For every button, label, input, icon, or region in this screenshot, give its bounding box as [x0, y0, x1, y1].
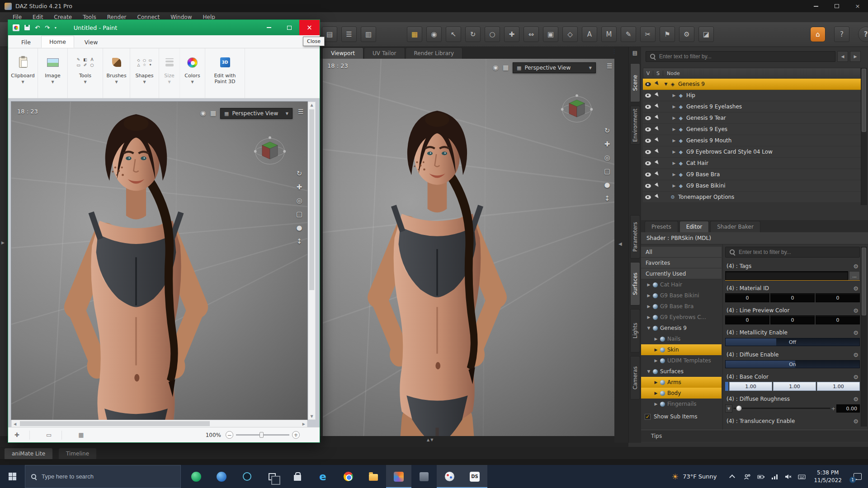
geometry-editor-tool-icon[interactable]: ✎ — [621, 27, 636, 42]
zoom-tool-icon[interactable]: ↕ — [604, 194, 610, 202]
start-button[interactable] — [0, 465, 25, 488]
gear-icon[interactable]: ⚙ — [853, 329, 859, 336]
visibility-eye-icon[interactable] — [645, 116, 651, 120]
ring-selection-tool-icon[interactable]: ○ — [485, 27, 500, 42]
gear-icon[interactable]: ⚙ — [853, 418, 859, 425]
expand-arrow-icon[interactable]: ▶ — [646, 282, 652, 287]
surface-item[interactable]: ▶ Fingernails — [641, 399, 722, 409]
gear-icon[interactable]: ⚙ — [853, 352, 859, 358]
active-pose-tool-icon[interactable]: A — [582, 27, 597, 42]
paint-maximize-button[interactable] — [279, 20, 299, 35]
expand-arrow-icon[interactable]: ▶ — [646, 315, 652, 319]
selectable-cursor-icon[interactable] — [655, 103, 661, 110]
expand-arrow-icon[interactable]: ▶ — [653, 380, 659, 385]
expand-arrow-icon[interactable]: ▶ — [653, 347, 659, 352]
expand-arrow-icon[interactable]: ▶ — [653, 402, 659, 406]
surface-item[interactable]: ▶ G9 Eyebrows C... — [641, 312, 722, 323]
orbit-tool-icon[interactable]: ↻ — [604, 127, 610, 135]
selectable-cursor-icon[interactable] — [655, 137, 661, 144]
people-icon[interactable] — [741, 473, 754, 480]
editor-tab[interactable]: Presets — [645, 221, 678, 232]
expand-arrow-icon[interactable]: ▶ — [646, 293, 652, 298]
daz-central-icon[interactable] — [386, 465, 411, 488]
nudge-plus-icon[interactable]: + — [831, 406, 835, 412]
dformer-tool-icon[interactable]: ◇ — [562, 27, 578, 42]
weather-widget[interactable]: ☀ 73°F Sunny — [665, 472, 724, 481]
surface-item[interactable]: ▶ G9 Base Bikini — [641, 290, 722, 301]
node-selection-tool-icon[interactable]: ↖ — [446, 27, 461, 42]
preferences-tool-icon[interactable]: ⚙ — [679, 27, 694, 42]
surface-item[interactable]: ▼ Surfaces — [641, 366, 722, 377]
scene-node-row[interactable]: ▶ ◆ G9 Base Bikini — [643, 180, 861, 192]
daz-studio-taskbar-icon[interactable]: DS — [462, 465, 487, 488]
cut-tool-icon[interactable]: ✂ — [640, 27, 656, 42]
workspace-tab[interactable]: Viewport — [323, 48, 363, 59]
ribbon-tab[interactable]: View — [77, 37, 106, 48]
scene-scrollbar[interactable] — [861, 68, 867, 205]
property-filter-input[interactable] — [739, 249, 856, 255]
clipboard-group[interactable]: Clipboard▼ — [8, 48, 38, 98]
layout-panel-icon[interactable]: ▥ — [361, 27, 376, 42]
tags-input[interactable] — [725, 271, 848, 280]
dock-tab[interactable]: Environment — [630, 106, 640, 145]
taskbar-globe-app-icon[interactable] — [209, 465, 234, 488]
scene-node-row[interactable]: ▼ ◈ Genesis 9 — [643, 79, 861, 90]
frame-view-icon[interactable]: ▢ — [604, 167, 610, 175]
zoom-slider-knob[interactable] — [259, 432, 264, 438]
visibility-eye-icon[interactable] — [645, 94, 651, 98]
base-color-r[interactable]: 1.00 — [729, 382, 772, 391]
dolly-tool-icon[interactable]: ● — [604, 181, 610, 189]
metallicity-toggle[interactable]: Off — [725, 338, 860, 346]
scene-node-row[interactable]: ▶ ◆ Genesis 9 Mouth — [643, 135, 861, 146]
filter-prev-icon[interactable]: ◀ — [837, 51, 848, 62]
cube-view-icon[interactable]: ▦ — [503, 64, 509, 71]
close-button[interactable]: × — [847, 0, 868, 12]
list-panel-icon[interactable]: ☰ — [341, 27, 357, 42]
save-icon[interactable] — [24, 25, 30, 30]
base-color-b[interactable]: 1.00 — [817, 382, 860, 391]
frame-tool-icon[interactable]: ▣ — [543, 27, 558, 42]
column-node[interactable]: Node — [663, 70, 680, 76]
scene-node-row[interactable]: ▶ ◆ Genesis 9 Eyelashes — [643, 101, 861, 113]
dock-tab[interactable]: Scene — [630, 63, 640, 102]
main-viewport[interactable]: 18 : 23 ◉ ▦ ▦ Perspective View ▼ ☰ ↻✚◎▢●… — [323, 59, 614, 436]
dock-menu-icon[interactable]: ▤ — [632, 50, 637, 60]
line-color-g[interactable]: 0 — [770, 315, 815, 324]
visibility-eye-icon[interactable] — [645, 105, 651, 109]
surface-item[interactable]: ▶ Body — [641, 388, 722, 399]
material-id-b[interactable]: 0 — [816, 293, 860, 302]
maximize-button[interactable] — [826, 0, 847, 12]
selectable-cursor-icon[interactable] — [655, 114, 661, 121]
paint-close-button[interactable]: × — [299, 20, 320, 35]
taskbar-search-input[interactable] — [42, 473, 175, 480]
expand-arrow-icon[interactable]: ▶ — [671, 172, 677, 177]
smart-content-icon[interactable]: ◉ — [426, 27, 442, 42]
roughness-value[interactable]: 0.00 — [836, 404, 860, 413]
tags-more-button[interactable]: ... — [849, 271, 860, 280]
expand-arrow-icon[interactable]: ▶ — [653, 358, 659, 363]
line-color-b[interactable]: 0 — [816, 315, 860, 324]
network-icon[interactable] — [768, 473, 781, 480]
expand-arrow-icon[interactable]: ▶ — [671, 93, 677, 98]
column-selectable[interactable]: S — [653, 70, 663, 76]
surface-item[interactable]: Favorites — [641, 258, 722, 268]
aim-tool-icon[interactable]: ◎ — [604, 154, 610, 162]
scene-filter-input[interactable] — [659, 53, 831, 60]
ribbon-tab[interactable]: Home — [41, 36, 74, 48]
view-selector-dropdown[interactable]: ▦ Perspective View ▼ — [513, 62, 596, 73]
surface-item[interactable]: ▶ Skin — [641, 344, 722, 355]
volume-muted-icon[interactable] — [781, 473, 795, 480]
visibility-eye-icon[interactable] — [645, 127, 651, 131]
flag-tool-icon[interactable]: ⚑ — [660, 27, 675, 42]
show-sub-items-checkbox[interactable]: ✓ — [645, 414, 651, 420]
visibility-eye-icon[interactable] — [645, 82, 651, 86]
whats-this-icon[interactable]: ? — [834, 27, 849, 42]
rotate-tool-icon[interactable]: ↻ — [465, 27, 481, 42]
taskbar-search-box[interactable] — [25, 465, 181, 488]
expand-arrow-icon[interactable]: ▶ — [671, 127, 677, 131]
character-model[interactable] — [323, 99, 558, 436]
minimize-button[interactable] — [806, 0, 826, 12]
expand-arrow-icon[interactable]: ▶ — [671, 138, 677, 143]
selectable-cursor-icon[interactable] — [655, 80, 661, 87]
expand-arrow-icon[interactable]: ▼ — [663, 82, 669, 86]
